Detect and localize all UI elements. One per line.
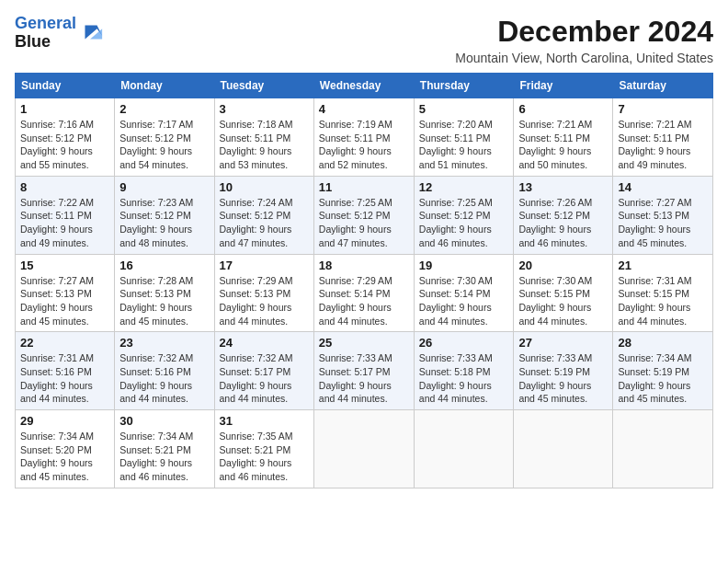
day-number: 21 (618, 259, 708, 272)
day-number: 7 (618, 102, 708, 116)
table-row: 17Sunrise: 7:29 AMSunset: 5:13 PMDayligh… (214, 254, 313, 332)
table-row (613, 410, 713, 488)
day-detail: Sunrise: 7:22 AMSunset: 5:11 PMDaylight:… (20, 196, 109, 250)
table-row (313, 410, 414, 488)
day-number: 8 (20, 180, 109, 194)
month-title: December 2024 (455, 15, 713, 49)
table-row: 5Sunrise: 7:20 AMSunset: 5:11 PMDaylight… (414, 98, 514, 177)
logo-text: GeneralBlue (15, 15, 76, 52)
day-detail: Sunrise: 7:25 AMSunset: 5:12 PMDaylight:… (319, 196, 409, 250)
col-friday: Friday (514, 74, 613, 98)
day-number: 3 (220, 102, 309, 116)
day-detail: Sunrise: 7:34 AMSunset: 5:19 PMDaylight:… (618, 351, 708, 406)
day-detail: Sunrise: 7:34 AMSunset: 5:20 PMDaylight:… (20, 430, 109, 484)
day-detail: Sunrise: 7:33 AMSunset: 5:18 PMDaylight:… (419, 351, 509, 406)
table-row: 18Sunrise: 7:29 AMSunset: 5:14 PMDayligh… (313, 254, 414, 332)
day-detail: Sunrise: 7:31 AMSunset: 5:16 PMDaylight:… (20, 351, 109, 406)
table-row: 26Sunrise: 7:33 AMSunset: 5:18 PMDayligh… (414, 332, 514, 410)
day-detail: Sunrise: 7:27 AMSunset: 5:13 PMDaylight:… (20, 274, 109, 328)
table-row: 19Sunrise: 7:30 AMSunset: 5:14 PMDayligh… (414, 254, 514, 332)
header: GeneralBlue December 2024 Mountain View,… (15, 15, 713, 65)
day-number: 28 (618, 336, 708, 350)
day-detail: Sunrise: 7:34 AMSunset: 5:21 PMDaylight:… (119, 430, 209, 484)
day-detail: Sunrise: 7:28 AMSunset: 5:13 PMDaylight:… (119, 274, 209, 328)
day-number: 4 (319, 102, 409, 116)
calendar-week-row: 8Sunrise: 7:22 AMSunset: 5:11 PMDaylight… (16, 176, 713, 254)
day-number: 17 (220, 259, 309, 272)
day-detail: Sunrise: 7:18 AMSunset: 5:11 PMDaylight:… (220, 118, 309, 172)
day-number: 9 (119, 180, 209, 194)
table-row: 25Sunrise: 7:33 AMSunset: 5:17 PMDayligh… (313, 332, 414, 410)
calendar-week-row: 15Sunrise: 7:27 AMSunset: 5:13 PMDayligh… (16, 254, 713, 332)
title-area: December 2024 Mountain View, North Carol… (455, 15, 713, 65)
table-row: 24Sunrise: 7:32 AMSunset: 5:17 PMDayligh… (214, 332, 313, 410)
day-detail: Sunrise: 7:21 AMSunset: 5:11 PMDaylight:… (618, 118, 708, 172)
table-row: 28Sunrise: 7:34 AMSunset: 5:19 PMDayligh… (613, 332, 713, 410)
col-monday: Monday (115, 74, 214, 98)
table-row: 13Sunrise: 7:26 AMSunset: 5:12 PMDayligh… (514, 176, 613, 254)
table-row: 20Sunrise: 7:30 AMSunset: 5:15 PMDayligh… (514, 254, 613, 332)
col-thursday: Thursday (414, 74, 514, 98)
day-number: 15 (20, 259, 109, 272)
table-row: 11Sunrise: 7:25 AMSunset: 5:12 PMDayligh… (313, 176, 414, 254)
day-number: 11 (319, 180, 409, 194)
day-detail: Sunrise: 7:31 AMSunset: 5:15 PMDaylight:… (618, 274, 708, 328)
day-number: 2 (119, 102, 209, 116)
col-tuesday: Tuesday (214, 74, 313, 98)
day-detail: Sunrise: 7:30 AMSunset: 5:14 PMDaylight:… (419, 274, 509, 328)
table-row (414, 410, 514, 488)
calendar-header-row: Sunday Monday Tuesday Wednesday Thursday… (16, 74, 713, 98)
table-row: 1Sunrise: 7:16 AMSunset: 5:12 PMDaylight… (16, 98, 115, 177)
day-detail: Sunrise: 7:29 AMSunset: 5:13 PMDaylight:… (220, 274, 309, 328)
table-row: 4Sunrise: 7:19 AMSunset: 5:11 PMDaylight… (313, 98, 414, 177)
location-title: Mountain View, North Carolina, United St… (455, 51, 713, 65)
day-number: 10 (220, 180, 309, 194)
logo-icon (78, 20, 104, 46)
day-number: 24 (220, 336, 309, 350)
day-detail: Sunrise: 7:23 AMSunset: 5:12 PMDaylight:… (119, 196, 209, 250)
table-row: 3Sunrise: 7:18 AMSunset: 5:11 PMDaylight… (214, 98, 313, 177)
table-row: 8Sunrise: 7:22 AMSunset: 5:11 PMDaylight… (16, 176, 115, 254)
table-row: 30Sunrise: 7:34 AMSunset: 5:21 PMDayligh… (115, 410, 214, 488)
day-detail: Sunrise: 7:30 AMSunset: 5:15 PMDaylight:… (518, 274, 608, 328)
day-detail: Sunrise: 7:33 AMSunset: 5:17 PMDaylight:… (319, 351, 409, 406)
table-row: 22Sunrise: 7:31 AMSunset: 5:16 PMDayligh… (16, 332, 115, 410)
day-number: 13 (518, 180, 608, 194)
table-row: 9Sunrise: 7:23 AMSunset: 5:12 PMDaylight… (115, 176, 214, 254)
day-detail: Sunrise: 7:20 AMSunset: 5:11 PMDaylight:… (419, 118, 509, 172)
calendar-table: Sunday Monday Tuesday Wednesday Thursday… (15, 73, 713, 488)
day-number: 25 (319, 336, 409, 350)
table-row: 29Sunrise: 7:34 AMSunset: 5:20 PMDayligh… (16, 410, 115, 488)
day-number: 1 (20, 102, 109, 116)
day-detail: Sunrise: 7:32 AMSunset: 5:16 PMDaylight:… (119, 351, 209, 406)
day-number: 12 (419, 180, 509, 194)
day-number: 23 (119, 336, 209, 350)
table-row: 21Sunrise: 7:31 AMSunset: 5:15 PMDayligh… (613, 254, 713, 332)
day-number: 19 (419, 259, 509, 272)
day-detail: Sunrise: 7:27 AMSunset: 5:13 PMDaylight:… (618, 196, 708, 250)
table-row: 10Sunrise: 7:24 AMSunset: 5:12 PMDayligh… (214, 176, 313, 254)
col-saturday: Saturday (613, 74, 713, 98)
day-number: 31 (220, 414, 309, 428)
day-detail: Sunrise: 7:16 AMSunset: 5:12 PMDaylight:… (20, 118, 109, 172)
day-number: 14 (618, 180, 708, 194)
day-detail: Sunrise: 7:19 AMSunset: 5:11 PMDaylight:… (319, 118, 409, 172)
logo: GeneralBlue (15, 15, 104, 52)
day-number: 5 (419, 102, 509, 116)
day-number: 26 (419, 336, 509, 350)
calendar-week-row: 1Sunrise: 7:16 AMSunset: 5:12 PMDaylight… (16, 98, 713, 177)
col-wednesday: Wednesday (313, 74, 414, 98)
day-number: 16 (119, 259, 209, 272)
day-number: 30 (119, 414, 209, 428)
table-row: 14Sunrise: 7:27 AMSunset: 5:13 PMDayligh… (613, 176, 713, 254)
day-detail: Sunrise: 7:32 AMSunset: 5:17 PMDaylight:… (220, 351, 309, 406)
calendar-week-row: 29Sunrise: 7:34 AMSunset: 5:20 PMDayligh… (16, 410, 713, 488)
day-detail: Sunrise: 7:17 AMSunset: 5:12 PMDaylight:… (119, 118, 209, 172)
day-detail: Sunrise: 7:24 AMSunset: 5:12 PMDaylight:… (220, 196, 309, 250)
table-row: 7Sunrise: 7:21 AMSunset: 5:11 PMDaylight… (613, 98, 713, 177)
day-number: 20 (518, 259, 608, 272)
table-row: 31Sunrise: 7:35 AMSunset: 5:21 PMDayligh… (214, 410, 313, 488)
table-row: 16Sunrise: 7:28 AMSunset: 5:13 PMDayligh… (115, 254, 214, 332)
day-detail: Sunrise: 7:35 AMSunset: 5:21 PMDaylight:… (220, 430, 309, 484)
day-detail: Sunrise: 7:25 AMSunset: 5:12 PMDaylight:… (419, 196, 509, 250)
